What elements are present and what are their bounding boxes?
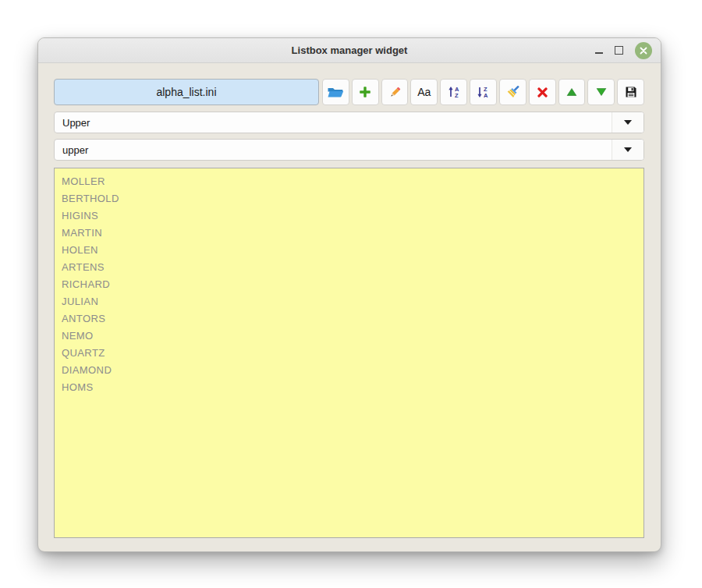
minimize-button[interactable] (595, 47, 603, 54)
toolbar: Aa A Z Z A (54, 79, 644, 105)
sort-descending-button[interactable]: Z A (470, 79, 497, 105)
maximize-button[interactable] (615, 46, 623, 55)
broom-icon (505, 86, 519, 99)
window-controls (595, 38, 652, 62)
add-item-button[interactable] (352, 79, 379, 105)
list-item[interactable]: HIGINS (55, 207, 644, 225)
change-case-label: Aa (417, 86, 431, 98)
maximize-icon (615, 46, 623, 55)
change-case-button[interactable]: Aa (410, 79, 438, 105)
list-item[interactable]: QUARTZ (55, 345, 644, 362)
list-item[interactable]: RICHARD (55, 276, 644, 293)
green-down-triangle-icon (596, 87, 607, 97)
titlebar: Listbox manager widget (38, 38, 661, 63)
close-icon (640, 47, 647, 55)
sort-ascending-button[interactable]: A Z (440, 79, 467, 105)
move-up-button[interactable] (558, 79, 586, 105)
minimize-icon (595, 52, 603, 54)
close-button[interactable] (635, 42, 652, 59)
green-up-triangle-icon (566, 87, 577, 97)
secondary-combobox[interactable]: upper (54, 139, 644, 161)
secondary-dropdown-button[interactable] (612, 140, 644, 160)
list-item[interactable]: DIAMOND (55, 362, 644, 379)
window-content: Aa A Z Z A (38, 63, 661, 538)
list-item[interactable]: MOLLER (55, 173, 644, 190)
folder-open-icon (327, 86, 344, 98)
list-item[interactable]: JULIAN (55, 293, 644, 310)
window-title: Listbox manager widget (292, 44, 408, 56)
sort-descending-icon: Z A (476, 86, 490, 98)
edit-item-button[interactable] (381, 79, 409, 105)
chevron-down-icon (624, 120, 632, 125)
red-cross-icon (536, 86, 549, 99)
list-item[interactable]: MARTIN (55, 225, 644, 242)
sort-ascending-icon: A Z (447, 86, 461, 98)
svg-text:Z: Z (455, 92, 459, 98)
chevron-down-icon (624, 147, 632, 152)
case-mode-combobox[interactable]: Upper (54, 112, 644, 133)
list-item[interactable]: BERTHOLD (55, 190, 644, 207)
list-item[interactable]: NEMO (55, 328, 644, 345)
clear-list-button[interactable] (499, 79, 526, 105)
list-item[interactable]: ARTENS (55, 259, 644, 276)
plus-icon (359, 86, 371, 98)
toolbar-buttons: Aa A Z Z A (322, 79, 644, 105)
list-item[interactable]: HOLEN (55, 242, 644, 259)
floppy-disk-icon (625, 86, 637, 98)
open-file-button[interactable] (322, 79, 349, 105)
app-window: Listbox manager widget (37, 37, 661, 552)
list-item[interactable]: HOMS (55, 379, 644, 396)
svg-text:A: A (484, 92, 488, 98)
pencil-icon (388, 86, 402, 99)
save-file-button[interactable] (617, 79, 644, 105)
case-mode-value: Upper (55, 112, 612, 133)
list-item[interactable]: ANTORS (55, 310, 644, 328)
case-mode-dropdown-button[interactable] (612, 112, 644, 133)
move-down-button[interactable] (587, 79, 615, 105)
delete-item-button[interactable] (529, 79, 556, 105)
filename-input[interactable] (54, 79, 319, 105)
secondary-combobox-value: upper (55, 140, 612, 160)
names-listbox[interactable]: MOLLERBERTHOLDHIGINSMARTINHOLENARTENSRIC… (54, 168, 644, 538)
